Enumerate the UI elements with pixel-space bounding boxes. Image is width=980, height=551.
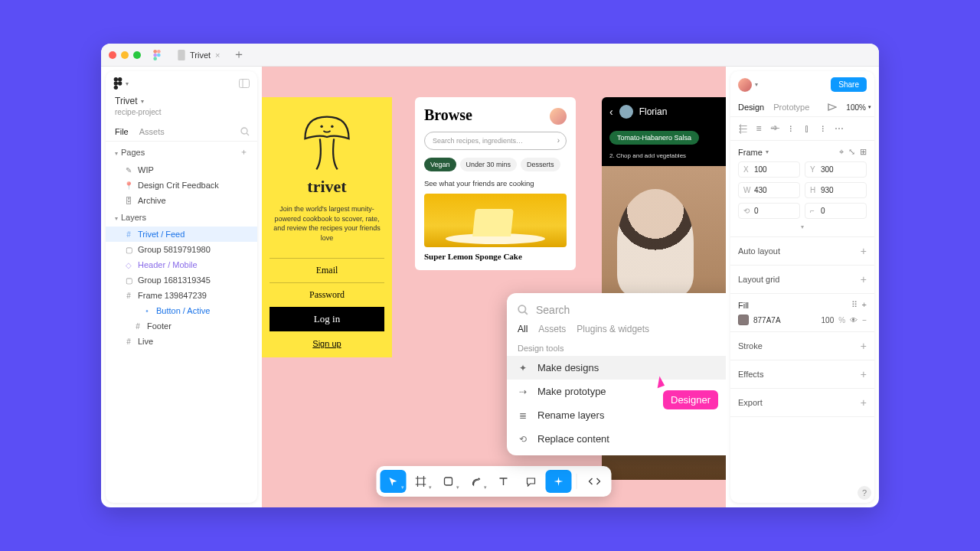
align-vcenter-icon[interactable]: ⫿ — [802, 123, 812, 134]
page-item[interactable]: ✎WIP — [106, 162, 257, 178]
file-tab[interactable]: Trivet × — [170, 47, 228, 64]
chevron-right-icon: › — [557, 136, 560, 145]
main-menu-button[interactable]: ▾ — [113, 77, 129, 90]
chevron-down-icon: ▾ — [755, 81, 758, 88]
dev-mode-tool[interactable] — [582, 470, 608, 493]
layers-list: #Trivet / Feed▢Group 5819791980◇Header /… — [106, 227, 257, 349]
frame-tool[interactable]: ▾ — [408, 470, 434, 493]
effects-section[interactable]: Effects+ — [730, 360, 874, 389]
qa-tab-assets[interactable]: Assets — [538, 324, 566, 334]
rotation-input[interactable]: ⟲0 — [738, 203, 800, 219]
comment-tool[interactable] — [518, 470, 544, 493]
multiplayer-cursor: Designer — [663, 390, 718, 409]
search-placeholder[interactable]: Search — [536, 304, 726, 316]
zoom-selector[interactable]: 100%▾ — [846, 103, 871, 112]
align-right-icon[interactable]: ⬲ — [770, 123, 779, 134]
fill-opacity-value[interactable]: 100 — [822, 316, 835, 324]
chevron-down-icon: ▾ — [484, 484, 487, 491]
page-item[interactable]: 🗄Archive — [106, 193, 257, 208]
radius-input[interactable]: ⌐0 — [805, 203, 867, 219]
action-label: Rename layers — [537, 409, 604, 421]
stroke-section[interactable]: Stroke+ — [730, 332, 874, 360]
new-tab-button[interactable]: ＋ — [231, 47, 247, 63]
canvas[interactable]: trivet Join the world's largest munity-p… — [262, 67, 726, 507]
frame-type[interactable]: Frame — [738, 148, 763, 157]
canvas-frame-landing[interactable]: trivet Join the world's largest munity-p… — [262, 97, 392, 357]
action-icon: ⇢ — [518, 386, 528, 397]
y-input[interactable]: Y300 — [805, 161, 867, 178]
quick-action-item[interactable]: ✦Make designsAI beta — [507, 356, 726, 380]
quick-actions-popup: Search All Assets Plugins & widgets Desi… — [507, 293, 726, 455]
layer-icon: ▢ — [124, 246, 133, 254]
grid-icon[interactable]: ⊞ — [860, 147, 867, 157]
chevron-down-icon: ▾ — [141, 98, 144, 105]
align-left-icon[interactable]: ⬱ — [738, 123, 747, 134]
project-name[interactable]: Trivet ▾ — [106, 96, 257, 108]
layer-item[interactable]: •Button / Active — [106, 303, 257, 318]
qa-tab-plugins[interactable]: Plugins & widgets — [577, 324, 649, 334]
layer-item[interactable]: ◇Header / Mobile — [106, 257, 257, 272]
pen-tool[interactable]: ▾ — [463, 470, 489, 493]
zoom-window-button[interactable] — [133, 51, 141, 59]
shape-tool[interactable]: ▾ — [436, 470, 462, 493]
filter-chip: Vegan — [424, 158, 456, 171]
layer-item[interactable]: #Trivet / Feed — [106, 227, 257, 242]
plus-icon[interactable]: + — [861, 340, 867, 352]
layer-item[interactable]: #Footer — [106, 318, 257, 334]
align-hcenter-icon[interactable]: ≡ — [754, 123, 763, 134]
present-icon[interactable] — [828, 103, 837, 111]
layer-item[interactable]: #Live — [106, 334, 257, 349]
x-input[interactable]: X100 — [738, 161, 800, 178]
close-window-button[interactable] — [109, 51, 116, 59]
canvas-frame-browse[interactable]: Browse Search recipes, ingredients… › Ve… — [415, 97, 576, 270]
plus-icon[interactable]: + — [861, 396, 867, 409]
share-button[interactable]: Share — [831, 77, 867, 92]
add-page-button[interactable]: ＋ — [240, 146, 248, 158]
layers-section-header[interactable]: ▾Layers — [106, 208, 257, 227]
text-tool[interactable] — [491, 470, 517, 493]
page-item[interactable]: 📍Design Crit Feedback — [106, 178, 257, 193]
layer-item[interactable]: ▢Group 5819791980 — [106, 242, 257, 257]
export-section[interactable]: Export+ — [730, 389, 874, 417]
plus-icon[interactable]: + — [861, 273, 867, 285]
panel-toggle-icon[interactable] — [239, 79, 250, 88]
auto-layout-section[interactable]: Auto layout+ — [730, 237, 874, 266]
align-top-icon[interactable]: ⫶ — [786, 123, 795, 134]
layout-grid-section[interactable]: Layout grid+ — [730, 266, 874, 294]
search-icon[interactable] — [240, 127, 250, 136]
link-dimensions-icon[interactable]: ▾ — [738, 223, 867, 230]
figma-logo-icon — [113, 77, 122, 90]
visibility-icon[interactable]: 👁 — [850, 316, 858, 324]
pages-section-header[interactable]: ▾Pages ＋ — [106, 142, 257, 162]
layer-icon: ▢ — [124, 276, 133, 285]
minimize-window-button[interactable] — [121, 51, 129, 59]
fill-hex[interactable]: 877A7A — [753, 316, 781, 324]
fill-swatch[interactable] — [738, 315, 749, 325]
user-menu[interactable]: ▾ — [738, 78, 758, 92]
layer-item[interactable]: #Frame 139847239 — [106, 288, 257, 303]
tab-file[interactable]: File — [115, 127, 129, 136]
layer-item[interactable]: ▢Group 1681319345 — [106, 272, 257, 288]
remove-fill-icon[interactable]: − — [862, 316, 867, 324]
help-button[interactable]: ? — [858, 486, 871, 500]
qa-tab-all[interactable]: All — [518, 324, 528, 334]
plus-icon[interactable]: + — [861, 368, 867, 380]
page-icon: ✎ — [124, 166, 133, 174]
plus-icon[interactable]: + — [862, 300, 867, 310]
tab-assets[interactable]: Assets — [139, 127, 165, 136]
mode-design[interactable]: Design — [738, 103, 764, 112]
ai-tool[interactable] — [546, 470, 572, 493]
align-bottom-icon[interactable]: ⫶ — [818, 123, 828, 134]
close-tab-icon[interactable]: × — [215, 51, 220, 60]
mode-prototype[interactable]: Prototype — [773, 103, 809, 112]
h-input[interactable]: H930 — [805, 182, 867, 198]
target-icon[interactable]: ⌖ — [839, 147, 844, 157]
plus-icon[interactable]: + — [861, 245, 867, 257]
resize-icon[interactable]: ⤡ — [848, 147, 855, 157]
w-input[interactable]: W430 — [738, 182, 800, 198]
page-icon: 📍 — [124, 181, 133, 190]
styles-icon[interactable]: ⠿ — [851, 300, 858, 310]
more-align-icon[interactable]: ⋯ — [835, 123, 844, 134]
move-tool[interactable]: ▾ — [381, 470, 407, 493]
quick-action-item[interactable]: ⟲Replace content — [507, 427, 726, 451]
